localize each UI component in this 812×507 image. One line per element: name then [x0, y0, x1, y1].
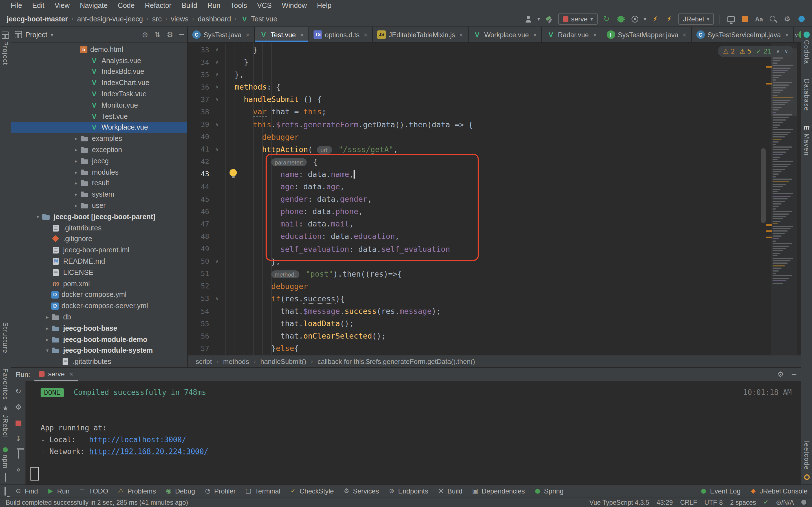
code-line-46[interactable]: phone: data.phone, [225, 205, 801, 217]
tree-item-license[interactable]: LICENSE [11, 267, 187, 278]
line-number[interactable]: 43 [188, 170, 211, 178]
tree-item-indexchart-vue[interactable]: VIndexChart.vue [11, 77, 187, 89]
tree-item-gitignore[interactable]: .gitignore [11, 233, 187, 245]
code-line-54[interactable]: that.$message.success(res.message); [225, 305, 801, 317]
code-breadcrumb-methods[interactable]: methods [223, 357, 249, 365]
editor-tab-systest-java[interactable]: CSysTest.java× [188, 27, 255, 42]
code-line-50[interactable]: }, [225, 255, 801, 267]
tree-item-jeecg[interactable]: ▸jeecg [11, 156, 187, 167]
editor-scrollbar[interactable] [761, 148, 766, 223]
editor-tab-jeditabletablemixin-js[interactable]: JSJEditableTableMixin.js× [373, 27, 468, 42]
tree-item-jeecg-boot-parent-iml[interactable]: jeecg-boot-parent.iml [11, 245, 187, 256]
code-line-49[interactable]: self_evaluation: data.self_evaluation [225, 242, 801, 255]
tool-stripe-codota[interactable]: Codota [803, 40, 810, 64]
hide-panel-icon[interactable]: ─ [792, 370, 796, 379]
line-number[interactable]: 51 [188, 269, 211, 278]
code-line-38[interactable]: var that = this; [225, 106, 801, 118]
code-line-47[interactable]: mail: data.mail, [225, 218, 801, 230]
run-tab-serve[interactable]: serve × [35, 368, 78, 381]
code-breadcrumb-handlesubmit[interactable]: handleSubmit() [260, 357, 306, 365]
tree-item-indextask-vue[interactable]: VIndexTask.vue [11, 89, 187, 100]
close-icon[interactable]: × [593, 32, 597, 38]
code-line-53[interactable]: if(res.success){ [225, 292, 801, 305]
tool-window-button-dependencies[interactable]: Dependencies [471, 487, 525, 495]
tool-stripe-favorites[interactable]: Favorites [2, 368, 9, 400]
close-icon[interactable]: × [69, 371, 73, 377]
chevron-closed-icon[interactable]: ▸ [43, 326, 51, 331]
hide-panel-icon[interactable]: ─ [179, 31, 184, 39]
tool-window-button-find[interactable]: Find [15, 487, 38, 495]
tool-window-button-terminal[interactable]: Terminal [245, 487, 281, 495]
editor-tab-systestmapper-java[interactable]: ISysTestMapper.java× [602, 27, 692, 42]
tree-item-analysis-vue[interactable]: VAnalysis.vue [11, 55, 187, 66]
menu-view[interactable]: View [49, 0, 75, 11]
code-line-41[interactable]: httpAction( url: "/ssss/getA", [225, 143, 801, 156]
hidden-tabs-icon[interactable]: ∨ [794, 27, 799, 43]
stop-icon[interactable]: ■ [15, 418, 22, 427]
line-number[interactable]: 39 [188, 120, 211, 128]
line-number[interactable]: 36 [188, 83, 211, 91]
build-hammer-icon[interactable] [544, 14, 554, 24]
tool-window-button-spring[interactable]: Spring [534, 487, 564, 495]
tool-window-button-checkstyle[interactable]: CheckStyle [290, 487, 334, 495]
line-number[interactable]: 46 [188, 207, 211, 216]
breadcrumb-src[interactable]: src [151, 15, 163, 23]
breadcrumb-views[interactable]: views [170, 15, 190, 23]
editor-tab-test-vue[interactable]: VTest.vue× [255, 27, 309, 42]
tool-stripe-project[interactable]: Project [2, 41, 9, 65]
next-problem-icon[interactable]: ∨ [784, 48, 788, 54]
close-icon[interactable]: × [533, 32, 537, 38]
line-number[interactable]: 38 [188, 108, 211, 116]
collapse-all-icon[interactable]: ⇅ [154, 31, 160, 39]
project-panel-title[interactable]: Project [26, 31, 47, 39]
code-line-34[interactable]: } [225, 56, 801, 68]
breadcrumb-jeecg-boot-master[interactable]: jeecg-boot-master [6, 15, 69, 23]
line-number[interactable]: 35 [188, 70, 211, 78]
breadcrumb-dashboard[interactable]: dashboard [197, 15, 232, 23]
fold-open-icon[interactable]: ∨ [211, 296, 223, 301]
settings-gear-icon[interactable]: ⚙ [782, 14, 792, 24]
line-number[interactable]: 47 [188, 220, 211, 228]
code-line-35[interactable]: }, [225, 68, 801, 80]
translate-icon[interactable] [754, 14, 764, 24]
marker-icon[interactable] [740, 14, 750, 24]
tool-window-button-build[interactable]: Build [437, 487, 462, 495]
code-breadcrumb-callback-for-this-refs-generat[interactable]: callback for this.$refs.generateForm.get… [317, 357, 475, 365]
status-item-vue-typescript-4-3-5[interactable]: Vue TypeScript 4.3.5 [589, 499, 649, 506]
console-link[interactable]: http://192.168.20.224:3000/ [89, 447, 208, 456]
tool-window-button-services[interactable]: Services [343, 487, 379, 495]
chevron-closed-icon[interactable]: ▸ [72, 169, 80, 175]
jrebel-debug-icon[interactable]: ⚡ [664, 14, 674, 24]
memory-indicator[interactable]: ⊘/N/A [776, 498, 794, 506]
breadcrumb-ant-design-vue-jeecg[interactable]: ant-design-vue-jeecg [76, 15, 144, 23]
star-icon[interactable]: ★ [2, 404, 8, 412]
code-area[interactable]: }}},methods: {handleSubmit () {var that … [225, 43, 801, 355]
menu-refactor[interactable]: Refactor [140, 0, 177, 11]
fold-open-icon[interactable]: ∨ [211, 84, 223, 90]
tree-item-indexbdc-vue[interactable]: VIndexBdc.vue [11, 66, 187, 77]
tree-item-test-vue[interactable]: VTest.vue [11, 111, 187, 122]
intention-bulb-icon[interactable] [230, 169, 237, 176]
scroll-to-end-icon[interactable]: ↧ [15, 434, 21, 443]
tree-item-system[interactable]: ▸system [11, 189, 187, 200]
tree-item-pom-xml[interactable]: mpom.xml [11, 278, 187, 289]
minimap[interactable] [771, 43, 797, 355]
debug-icon[interactable] [615, 14, 626, 24]
tool-window-switcher-icon[interactable] [4, 487, 6, 495]
screen-icon[interactable] [726, 14, 736, 24]
line-number[interactable]: 56 [188, 332, 211, 340]
maven-icon[interactable]: m [804, 124, 809, 131]
codota-icon[interactable] [804, 32, 810, 38]
chevron-closed-icon[interactable]: ▸ [72, 192, 80, 198]
notifications-icon[interactable] [801, 500, 806, 505]
line-number[interactable]: 41 [188, 145, 211, 154]
editor-tab-systestserviceimpl-java[interactable]: CSysTestServiceImpl.java× [692, 27, 794, 42]
tool-stripe-npm[interactable]: npm [2, 454, 9, 469]
chevron-closed-icon[interactable]: ▸ [43, 314, 51, 320]
close-icon[interactable]: × [682, 32, 687, 38]
tool-stripe-maven[interactable]: Maven [803, 134, 810, 156]
line-number[interactable]: 49 [188, 244, 211, 253]
rerun-icon[interactable]: ↻ [15, 387, 21, 395]
jrebel-run-icon[interactable]: ⚡ [650, 14, 660, 24]
tool-window-button-run[interactable]: Run [47, 487, 70, 495]
